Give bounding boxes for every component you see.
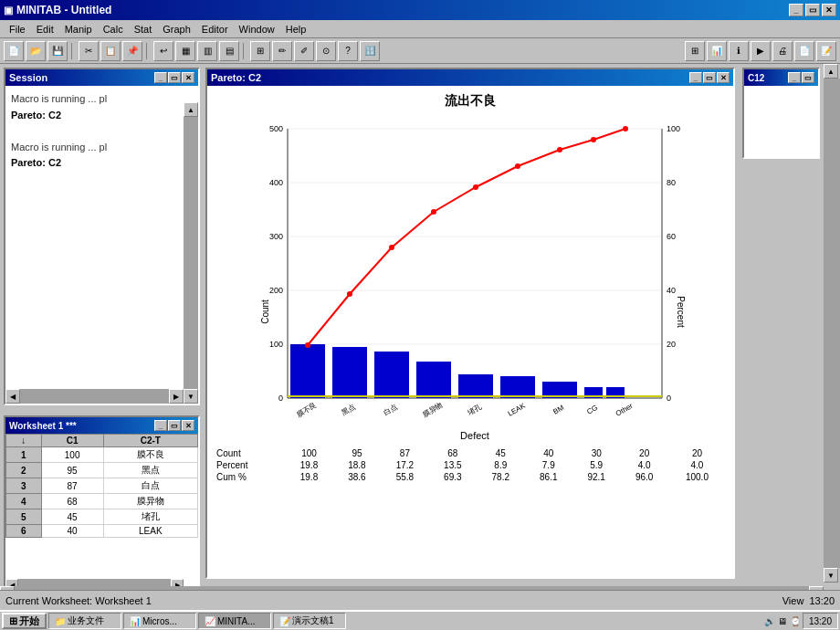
session-title-bar: Session _ ▭ ✕ xyxy=(5,69,198,86)
toolbar-b5[interactable]: ✏ xyxy=(272,41,292,61)
menu-editor[interactable]: Editor xyxy=(196,22,234,37)
row-num: 4 xyxy=(6,494,42,509)
session-close[interactable]: ✕ xyxy=(182,72,194,83)
toolbar-r7[interactable]: 📝 xyxy=(816,41,836,61)
restore-button[interactable]: ▭ xyxy=(805,4,820,16)
session-scroll-down[interactable]: ▼ xyxy=(184,389,198,404)
worksheet-restore[interactable]: ▭ xyxy=(168,420,181,431)
table-row: 5 45 堵孔 xyxy=(6,509,198,525)
cumulative-line xyxy=(308,129,625,345)
toolbar-b3[interactable]: ▤ xyxy=(219,41,239,61)
toolbar-b6[interactable]: ✐ xyxy=(294,41,314,61)
toolbar-r5[interactable]: 🖨 xyxy=(772,41,793,61)
toolbar-open[interactable]: 📂 xyxy=(26,41,46,61)
cum-dot-8 xyxy=(591,137,596,142)
toolbar-b9[interactable]: 🔢 xyxy=(360,41,380,61)
toolbar-b1[interactable]: ▦ xyxy=(175,41,195,61)
toolbar-undo[interactable]: ↩ xyxy=(153,41,173,61)
clock-time: 13:20 xyxy=(809,616,832,626)
toolbar-b7[interactable]: ⊙ xyxy=(316,41,336,61)
toolbar-r2[interactable]: 📊 xyxy=(707,41,727,61)
session-hscroll-track[interactable] xyxy=(20,389,169,404)
menu-edit[interactable]: Edit xyxy=(31,22,59,37)
session-scroll-left[interactable]: ◀ xyxy=(5,389,20,404)
session-scroll-track[interactable] xyxy=(184,117,198,389)
worksheet-close[interactable]: ✕ xyxy=(182,420,194,431)
cell-c2: 白点 xyxy=(103,478,197,494)
bar-4 xyxy=(416,362,451,398)
session-scroll-right[interactable]: ▶ xyxy=(169,389,184,404)
session-scroll-up[interactable]: ▲ xyxy=(184,102,198,117)
pres-icon: 📝 xyxy=(279,616,290,626)
taskbar-item-presentation[interactable]: 📝 演示文稿1 xyxy=(273,613,346,629)
toolbar-save[interactable]: 💾 xyxy=(47,41,68,61)
toolbar-b2[interactable]: ▥ xyxy=(197,41,217,61)
worksheet-title-bar: Worksheet 1 *** _ ▭ ✕ xyxy=(5,417,198,434)
cum-dot-4 xyxy=(431,209,436,215)
menu-calc[interactable]: Calc xyxy=(98,22,129,37)
start-label: 开始 xyxy=(19,614,39,628)
minimize-button[interactable]: _ xyxy=(789,4,803,16)
toolbar-b8[interactable]: ? xyxy=(338,41,358,61)
pareto-close[interactable]: ✕ xyxy=(717,72,730,83)
taskbar-item-files[interactable]: 📁 业务文件 xyxy=(48,613,121,629)
taskbar-right: 🔊 🖥 ⌚ 13:20 xyxy=(764,613,838,629)
close-button[interactable]: ✕ xyxy=(822,4,836,16)
taskbar-pres-label: 演示文稿1 xyxy=(292,614,334,627)
main-scroll-down[interactable]: ▼ xyxy=(824,568,838,583)
bar-6 xyxy=(500,376,535,398)
toolbar-r1[interactable]: ⊞ xyxy=(685,41,705,61)
taskbar-minitab-label: MINITA... xyxy=(217,616,255,626)
menu-graph[interactable]: Graph xyxy=(157,22,196,37)
toolbar-r3[interactable]: ℹ xyxy=(729,41,749,61)
worksheet-window: Worksheet 1 *** _ ▭ ✕ ↓ C1 C2-T 1 100 xyxy=(4,415,200,593)
session-vscrollbar: ▲ ▼ xyxy=(184,102,198,404)
menu-window[interactable]: Window xyxy=(234,22,280,37)
session-minimize[interactable]: _ xyxy=(154,72,167,83)
table-row: 1 100 膜不良 xyxy=(6,447,198,463)
menu-stat[interactable]: Stat xyxy=(129,22,158,37)
y-tick-300: 300 xyxy=(269,232,283,241)
cell-c1: 40 xyxy=(41,525,103,538)
toolbar-cut[interactable]: ✂ xyxy=(79,41,99,61)
x-label-9: Other xyxy=(614,402,635,418)
main-scroll-track[interactable] xyxy=(824,79,840,568)
toolbar-r4[interactable]: ▶ xyxy=(751,41,771,61)
td-pct-1: 19.8 xyxy=(285,459,332,471)
cum-dot-9 xyxy=(623,126,628,131)
toolbar-r6[interactable]: 📄 xyxy=(794,41,814,61)
pareto-restore[interactable]: ▭ xyxy=(703,72,716,83)
toolbar-paste[interactable]: 📌 xyxy=(122,41,142,61)
menu-help[interactable]: Help xyxy=(280,22,312,37)
main-scroll-up[interactable]: ▲ xyxy=(824,64,838,79)
cum-dot-5 xyxy=(473,184,478,190)
toolbar-copy[interactable]: 📋 xyxy=(100,41,121,61)
pareto-minimize[interactable]: _ xyxy=(689,72,702,83)
row-num: 2 xyxy=(6,463,42,478)
td-pct-5: 8.9 xyxy=(477,459,524,471)
toolbar-sep3 xyxy=(243,43,247,59)
td-count-5: 45 xyxy=(477,447,524,459)
x-label-8: CG xyxy=(585,404,599,416)
toolbar-b4[interactable]: ⊞ xyxy=(250,41,270,61)
y-right-tick-100: 100 xyxy=(667,124,680,133)
menu-file[interactable]: File xyxy=(4,22,31,37)
pareto-title-bar: Pareto: C2 _ ▭ ✕ xyxy=(207,69,733,86)
taskbar-item-micros[interactable]: 📊 Micros... xyxy=(123,613,196,629)
app-title: MINITAB - Untitled xyxy=(16,4,111,16)
taskbar-item-minitab[interactable]: 📈 MINITA... xyxy=(198,613,271,629)
right-mini-restore[interactable]: ▭ xyxy=(802,72,814,83)
session-restore[interactable]: ▭ xyxy=(168,72,181,83)
cell-c2: 黑点 xyxy=(103,463,197,478)
td-pct-7: 5.9 xyxy=(572,459,620,471)
menu-manip[interactable]: Manip xyxy=(59,22,98,37)
right-mini-minimize[interactable]: _ xyxy=(788,72,801,83)
x-label-3: 白点 xyxy=(383,403,399,417)
toolbar-new[interactable]: 📄 xyxy=(4,41,24,61)
status-text: Current Worksheet: Worksheet 1 xyxy=(5,595,152,606)
cum-dot-1 xyxy=(305,342,310,348)
session-title: Session xyxy=(9,72,47,83)
start-button[interactable]: ⊞ 开始 xyxy=(2,613,47,629)
right-mini-window: C12 _ ▭ xyxy=(742,68,820,159)
worksheet-minimize[interactable]: _ xyxy=(154,420,167,431)
